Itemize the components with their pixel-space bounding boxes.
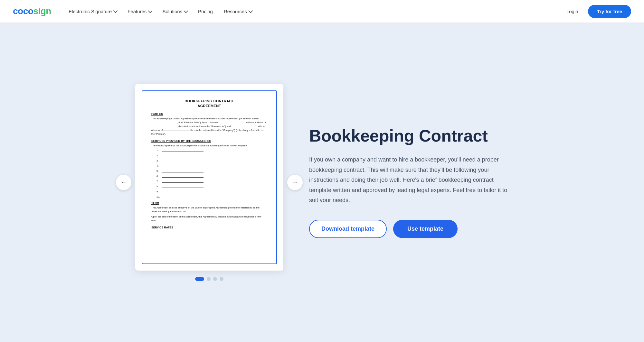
- download-template-button[interactable]: Download template: [309, 220, 387, 238]
- carousel-dot-3[interactable]: [213, 277, 217, 281]
- login-button[interactable]: Login: [562, 6, 583, 17]
- doc-section-parties: PARTIES: [151, 112, 267, 116]
- chevron-down-icon: [113, 9, 118, 13]
- doc-term-text1: This Agreement shall be effective on the…: [151, 206, 267, 214]
- try-free-button[interactable]: Try for free: [588, 5, 631, 18]
- arrow-left-icon: ←: [121, 179, 127, 186]
- doc-services-intro: The Parties agree that the Bookkeeper wi…: [151, 144, 267, 148]
- carousel-dots: [195, 277, 223, 281]
- list-item: 3.: [155, 159, 267, 162]
- navbar-right: Login Try for free: [562, 5, 631, 18]
- arrow-right-icon: →: [292, 179, 298, 186]
- list-item: 6.: [155, 175, 267, 178]
- nav-items: Electronic Signature Features Solutions …: [64, 6, 256, 17]
- list-item: 2.: [155, 154, 267, 157]
- carousel-prev-button[interactable]: ←: [116, 175, 131, 190]
- doc-section-services: SERVICES PROVIDED BY THE BOOKKEEPER: [151, 139, 267, 143]
- nav-item-electronic-signature[interactable]: Electronic Signature: [64, 6, 121, 17]
- navbar-left: cocosign Electronic Signature Features S…: [13, 6, 256, 17]
- list-item: 4.: [155, 164, 267, 167]
- list-item: 1.: [155, 149, 267, 152]
- logo-coco: coco: [13, 6, 33, 16]
- nav-item-features[interactable]: Features: [123, 6, 156, 17]
- list-item: 5.: [155, 170, 267, 172]
- nav-item-resources[interactable]: Resources: [219, 6, 256, 17]
- logo-sign: sign: [33, 6, 51, 16]
- chevron-down-icon: [184, 9, 188, 13]
- carousel-next-button[interactable]: →: [287, 175, 303, 190]
- nav-item-solutions[interactable]: Solutions: [158, 6, 192, 17]
- list-item: 8.: [155, 185, 267, 188]
- chevron-down-icon: [248, 9, 253, 13]
- page-title: Bookkeeping Contract: [309, 126, 509, 146]
- carousel-dot-2[interactable]: [207, 277, 211, 281]
- action-buttons: Download template Use template: [309, 220, 509, 238]
- navbar: cocosign Electronic Signature Features S…: [0, 0, 644, 23]
- doc-term-text2: Upon the end of the term of the Agreemen…: [151, 215, 267, 223]
- document-title: BOOKKEEPING CONTRACT AGREEMENT: [151, 99, 267, 109]
- chevron-down-icon: [148, 9, 153, 13]
- logo[interactable]: cocosign: [13, 6, 51, 16]
- main-content: ← BOOKKEEPING CONTRACT AGREEMENT PARTIES…: [0, 23, 644, 342]
- list-item: 7.: [155, 180, 267, 183]
- carousel-dot-1[interactable]: [195, 277, 204, 281]
- document-card: BOOKKEEPING CONTRACT AGREEMENT PARTIES T…: [135, 84, 283, 271]
- document-description: Bookkeeping Contract If you own a compan…: [309, 126, 509, 238]
- list-item: 10.: [155, 195, 267, 198]
- doc-parties-text: This Bookkeeping Contract Agreement (her…: [151, 117, 267, 136]
- use-template-button[interactable]: Use template: [393, 220, 458, 238]
- document-inner: BOOKKEEPING CONTRACT AGREEMENT PARTIES T…: [142, 90, 277, 264]
- document-preview-container: ← BOOKKEEPING CONTRACT AGREEMENT PARTIES…: [135, 84, 283, 281]
- carousel-dot-4[interactable]: [220, 277, 223, 281]
- description-text: If you own a company and want to hire a …: [309, 155, 509, 206]
- nav-item-pricing[interactable]: Pricing: [194, 6, 217, 17]
- doc-section-service-rates: SERVICE RATES: [151, 226, 267, 229]
- doc-section-term: TERM: [151, 201, 267, 205]
- list-item: 9.: [155, 190, 267, 193]
- doc-services-list: 1. 2. 3. 4. 5. 6. 7. 8. 9. 10.: [151, 149, 267, 198]
